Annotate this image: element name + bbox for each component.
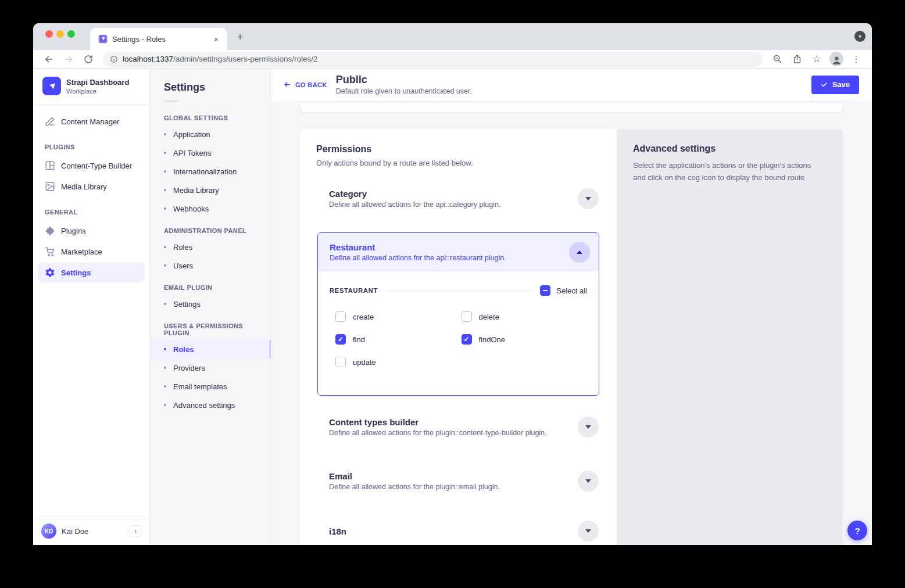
page-subtitle: Default role given to unauthenticated us… bbox=[336, 87, 472, 95]
group-divider bbox=[386, 291, 532, 291]
subnav-item-label: Email templates bbox=[173, 382, 227, 391]
bullet-icon bbox=[164, 246, 166, 248]
check-icon bbox=[821, 81, 828, 88]
help-button[interactable]: ? bbox=[847, 521, 867, 540]
subnav-item-api-tokens[interactable]: API Tokens bbox=[150, 144, 270, 162]
subnav-item-label: Settings bbox=[173, 300, 201, 309]
sidebar-item-content-manager[interactable]: Content Manager bbox=[38, 112, 145, 131]
accordion-i18n[interactable]: i18n bbox=[300, 521, 617, 542]
accordion-restaurant-expanded: Restaurant Define all allowed actions fo… bbox=[317, 232, 599, 396]
brand[interactable]: Strapi Dashboard Workplace bbox=[33, 69, 149, 101]
expand-category-button[interactable] bbox=[578, 188, 599, 209]
permissions-subtitle: Only actions bound by a route are listed… bbox=[316, 159, 600, 167]
permission-delete: delete bbox=[462, 311, 588, 322]
minimize-window-button[interactable] bbox=[56, 30, 64, 38]
scroll-area: Permissions Only actions bound by a rout… bbox=[271, 101, 872, 545]
expand-email-button[interactable] bbox=[578, 471, 599, 492]
sidebar-item-marketplace[interactable]: Marketplace bbox=[38, 242, 145, 261]
role-details-card-bottom bbox=[300, 103, 843, 112]
permissions-card: Permissions Only actions bound by a rout… bbox=[300, 129, 617, 545]
subnav-item-providers[interactable]: Providers bbox=[150, 358, 270, 377]
pen-icon bbox=[45, 116, 55, 127]
close-window-button[interactable] bbox=[45, 30, 53, 38]
bullet-icon bbox=[164, 189, 166, 191]
gear-icon bbox=[45, 267, 55, 278]
go-back-link[interactable]: GO BACK bbox=[284, 81, 327, 88]
subnav-item-application[interactable]: Application bbox=[150, 125, 270, 144]
main-sidebar: Strapi Dashboard Workplace Content Manag… bbox=[33, 69, 150, 545]
accordion-title: Email bbox=[329, 471, 578, 481]
zoom-window-button[interactable] bbox=[67, 30, 75, 38]
bullet-icon bbox=[164, 264, 166, 267]
subnav-item-admin-users[interactable]: Users bbox=[150, 256, 270, 275]
browser-tab[interactable]: Settings - Roles × bbox=[90, 28, 227, 50]
sidebar-item-content-type-builder[interactable]: Content-Type Builder bbox=[38, 156, 145, 175]
bookmark-star-icon[interactable]: ☆ bbox=[810, 52, 824, 66]
tab-close-icon[interactable]: × bbox=[211, 34, 221, 44]
restaurant-body: RESTAURANT Select all bbox=[318, 271, 599, 395]
layout-icon bbox=[45, 160, 55, 171]
subnav-item-admin-roles[interactable]: Roles bbox=[150, 238, 270, 256]
permission-find: find bbox=[335, 334, 462, 345]
subnav-item-internationalization[interactable]: Internationalization bbox=[150, 162, 270, 181]
tab-search-button[interactable]: ▾ bbox=[854, 31, 865, 42]
permission-findone: findOne bbox=[462, 334, 588, 345]
zoom-out-icon[interactable] bbox=[770, 52, 784, 66]
user-avatar[interactable]: KD bbox=[41, 524, 56, 539]
subnav-item-webhooks[interactable]: Webhooks bbox=[150, 199, 270, 218]
checkbox-label: delete bbox=[479, 313, 499, 321]
checkbox-create[interactable] bbox=[335, 311, 346, 322]
select-all-checkbox[interactable] bbox=[540, 285, 550, 296]
back-arrow-icon bbox=[284, 81, 291, 88]
url-bar[interactable]: localhost:1337/admin/settings/users-perm… bbox=[103, 52, 763, 67]
subnav-item-advanced-settings[interactable]: Advanced settings bbox=[150, 396, 270, 414]
collapse-restaurant-button[interactable] bbox=[569, 242, 590, 263]
profile-avatar[interactable] bbox=[829, 52, 843, 66]
checkbox-update[interactable] bbox=[335, 357, 346, 367]
bullet-icon bbox=[164, 367, 166, 369]
subnav-item-media-library[interactable]: Media Library bbox=[150, 181, 270, 199]
chevron-down-icon bbox=[585, 479, 591, 483]
subnav-item-up-roles[interactable]: Roles bbox=[150, 340, 270, 358]
permission-checkbox-grid: create delete find bbox=[330, 311, 587, 367]
share-icon[interactable] bbox=[790, 52, 804, 66]
reload-button[interactable] bbox=[81, 52, 95, 66]
checkbox-label: update bbox=[353, 358, 376, 367]
subnav-item-label: Advanced settings bbox=[173, 401, 235, 410]
browser-menu-icon[interactable]: ⋮ bbox=[849, 52, 863, 66]
sidebar-item-label: Settings bbox=[61, 268, 91, 277]
checkbox-delete[interactable] bbox=[462, 311, 472, 322]
restaurant-header[interactable]: Restaurant Define all allowed actions fo… bbox=[318, 233, 599, 271]
expand-content-types-builder-button[interactable] bbox=[578, 417, 599, 438]
accordion-email[interactable]: Email Define all allowed actions for the… bbox=[300, 471, 617, 492]
sidebar-item-plugins[interactable]: Plugins bbox=[38, 221, 145, 241]
collapse-sidebar-button[interactable]: ‹ bbox=[130, 525, 141, 537]
sidebar-item-media-library[interactable]: Media Library bbox=[38, 177, 145, 196]
back-button[interactable] bbox=[42, 52, 56, 66]
bullet-icon bbox=[164, 348, 166, 350]
subnav-item-email-templates[interactable]: Email templates bbox=[150, 377, 270, 396]
checkbox-find[interactable] bbox=[335, 334, 346, 345]
permissions-layout: Permissions Only actions bound by a rout… bbox=[300, 129, 843, 545]
accordion-category[interactable]: Category Define all allowed actions for … bbox=[300, 188, 617, 209]
chevron-down-icon bbox=[585, 197, 591, 200]
subnav-section-administration-panel: ADMINISTRATION PANEL bbox=[150, 218, 270, 238]
new-tab-button[interactable]: + bbox=[233, 30, 247, 44]
cart-icon bbox=[45, 246, 55, 257]
accordion-content-types-builder[interactable]: Content types builder Define all allowed… bbox=[300, 417, 617, 438]
expand-i18n-button[interactable] bbox=[578, 521, 599, 542]
subnav-title: Settings bbox=[150, 69, 270, 101]
sidebar-item-label: Content Manager bbox=[61, 117, 119, 126]
checkbox-findone[interactable] bbox=[462, 334, 472, 345]
accordion-title: Restaurant bbox=[330, 242, 569, 252]
subnav-item-email-settings[interactable]: Settings bbox=[150, 295, 270, 313]
accordion-title: Content types builder bbox=[329, 417, 578, 427]
forward-button[interactable] bbox=[62, 52, 76, 66]
checkbox-label: create bbox=[353, 313, 374, 321]
checkbox-label: findOne bbox=[479, 335, 506, 344]
sidebar-item-settings[interactable]: Settings bbox=[38, 263, 145, 282]
save-button[interactable]: Save bbox=[811, 76, 859, 94]
brand-subtitle: Workplace bbox=[66, 88, 129, 95]
subnav-item-label: Media Library bbox=[173, 186, 219, 195]
image-icon bbox=[45, 181, 55, 192]
